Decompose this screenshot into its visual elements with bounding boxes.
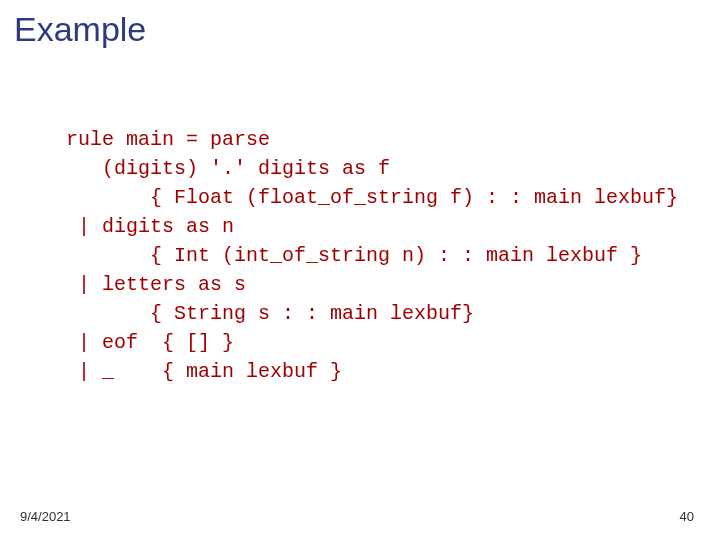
code-line: (digits) '.' digits as f [54,157,390,180]
slide: Example rule main = parse (digits) '.' d… [0,0,720,540]
code-block: rule main = parse (digits) '.' digits as… [54,125,700,386]
code-line: rule main = parse [54,128,270,151]
code-line: { String s : : main lexbuf} [54,302,474,325]
code-line: { Int (int_of_string n) : : main lexbuf … [54,244,642,267]
code-line: | letters as s [54,273,246,296]
footer-page-number: 40 [680,509,694,524]
code-line: | digits as n [54,215,234,238]
code-line: | eof { [] } [54,331,234,354]
code-line: | _ { main lexbuf } [54,360,342,383]
slide-title: Example [14,10,146,49]
footer-date: 9/4/2021 [20,509,71,524]
code-line: { Float (float_of_string f) : : main lex… [54,186,678,209]
